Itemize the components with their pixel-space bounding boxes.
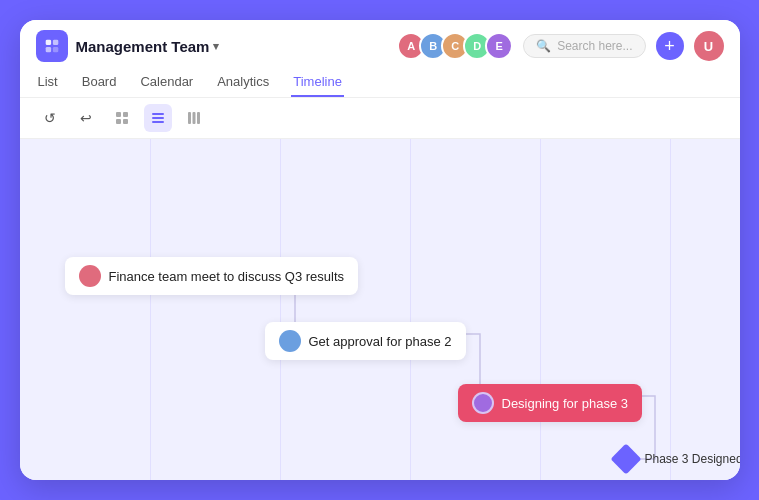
team-name[interactable]: Management Team ▾ bbox=[76, 38, 220, 55]
avatar: E bbox=[485, 32, 513, 60]
milestone-phase3: Phase 3 Designed bbox=[615, 448, 637, 470]
task-card-designing[interactable]: Designing for phase 3 bbox=[458, 384, 642, 422]
tab-list[interactable]: List bbox=[36, 68, 60, 97]
diamond-icon bbox=[610, 443, 641, 474]
task-avatar bbox=[279, 330, 301, 352]
task-avatar bbox=[472, 392, 494, 414]
team-name-text: Management Team bbox=[76, 38, 210, 55]
task-avatar bbox=[79, 265, 101, 287]
nav-tabs: List Board Calendar Analytics Timeline bbox=[36, 68, 724, 97]
logo-icon bbox=[36, 30, 68, 62]
svg-rect-7 bbox=[123, 119, 128, 124]
grid-button[interactable] bbox=[108, 104, 136, 132]
chevron-down-icon: ▾ bbox=[213, 40, 219, 53]
refresh-button[interactable]: ↺ bbox=[36, 104, 64, 132]
svg-rect-3 bbox=[52, 47, 57, 52]
svg-rect-9 bbox=[152, 117, 164, 119]
header: Management Team ▾ A B C D E 🔍 Search her… bbox=[20, 20, 740, 98]
col-line bbox=[410, 139, 411, 480]
col-line bbox=[150, 139, 151, 480]
svg-rect-13 bbox=[197, 112, 200, 124]
col-line bbox=[280, 139, 281, 480]
col-line bbox=[670, 139, 671, 480]
svg-rect-4 bbox=[116, 112, 121, 117]
tab-calendar[interactable]: Calendar bbox=[138, 68, 195, 97]
logo-area: Management Team ▾ bbox=[36, 30, 220, 62]
tab-analytics[interactable]: Analytics bbox=[215, 68, 271, 97]
svg-rect-6 bbox=[116, 119, 121, 124]
tab-timeline[interactable]: Timeline bbox=[291, 68, 344, 97]
columns-button[interactable] bbox=[180, 104, 208, 132]
svg-rect-12 bbox=[192, 112, 195, 124]
add-button[interactable]: + bbox=[656, 32, 684, 60]
svg-rect-0 bbox=[45, 40, 50, 45]
task-label: Get approval for phase 2 bbox=[309, 334, 452, 349]
header-top: Management Team ▾ A B C D E 🔍 Search her… bbox=[36, 20, 724, 68]
list-view-button[interactable] bbox=[144, 104, 172, 132]
current-user-avatar[interactable]: U bbox=[694, 31, 724, 61]
user-avatars: A B C D E bbox=[397, 32, 513, 60]
timeline-canvas: Finance team meet to discuss Q3 results … bbox=[20, 139, 740, 480]
milestone-label: Phase 3 Designed bbox=[645, 452, 740, 466]
tab-board[interactable]: Board bbox=[80, 68, 119, 97]
undo-button[interactable]: ↩ bbox=[72, 104, 100, 132]
search-box[interactable]: 🔍 Search here... bbox=[523, 34, 645, 58]
svg-rect-1 bbox=[52, 40, 57, 45]
svg-rect-10 bbox=[152, 121, 164, 123]
app-container: Management Team ▾ A B C D E 🔍 Search her… bbox=[20, 20, 740, 480]
svg-rect-11 bbox=[188, 112, 191, 124]
search-placeholder: Search here... bbox=[557, 39, 632, 53]
svg-rect-5 bbox=[123, 112, 128, 117]
task-card-approval[interactable]: Get approval for phase 2 bbox=[265, 322, 466, 360]
connectors-svg bbox=[20, 139, 740, 480]
search-icon: 🔍 bbox=[536, 39, 551, 53]
svg-rect-8 bbox=[152, 113, 164, 115]
svg-rect-2 bbox=[45, 47, 50, 52]
header-right: A B C D E 🔍 Search here... + U bbox=[397, 31, 723, 61]
task-label: Finance team meet to discuss Q3 results bbox=[109, 269, 345, 284]
task-card-finance[interactable]: Finance team meet to discuss Q3 results bbox=[65, 257, 359, 295]
toolbar: ↺ ↩ bbox=[20, 98, 740, 139]
col-line bbox=[540, 139, 541, 480]
task-label: Designing for phase 3 bbox=[502, 396, 628, 411]
